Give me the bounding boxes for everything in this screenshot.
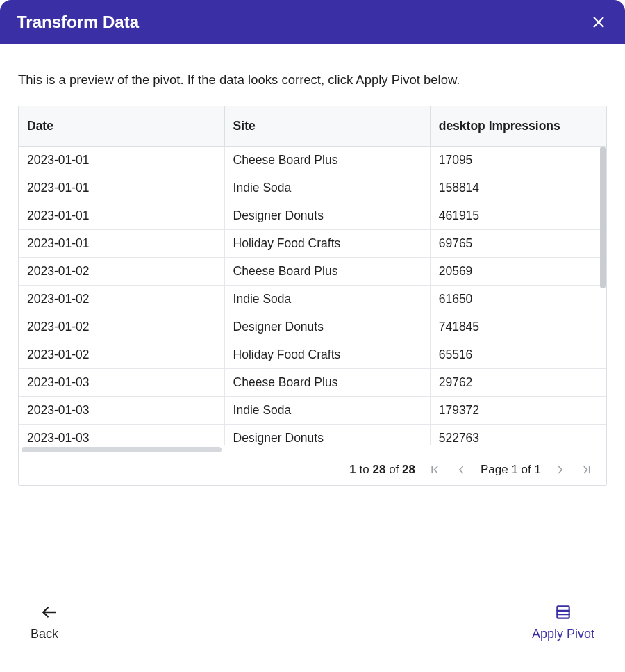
column-header-date[interactable]: Date bbox=[19, 106, 224, 147]
cell-date: 2023-01-01 bbox=[19, 230, 224, 258]
page-first-icon bbox=[428, 464, 441, 476]
cell-site: Cheese Board Plus bbox=[224, 258, 430, 286]
cell-site: Designer Donuts bbox=[224, 202, 430, 230]
chevron-left-icon bbox=[455, 464, 467, 476]
table-header-row: Date Site desktop Impressions bbox=[19, 106, 606, 147]
cell-date: 2023-01-03 bbox=[19, 369, 224, 397]
rows-icon bbox=[554, 603, 572, 621]
horizontal-scrollbar[interactable] bbox=[19, 445, 606, 454]
table-row[interactable]: 2023-01-03Designer Donuts522763 bbox=[19, 425, 606, 446]
pager-next-button[interactable] bbox=[553, 463, 567, 477]
pager-prev-button[interactable] bbox=[454, 463, 468, 477]
cell-site: Cheese Board Plus bbox=[224, 147, 430, 174]
cell-date: 2023-01-03 bbox=[19, 425, 224, 446]
cell-date: 2023-01-01 bbox=[19, 202, 224, 230]
column-header-impressions[interactable]: desktop Impressions bbox=[430, 106, 606, 147]
cell-impressions: 20569 bbox=[430, 258, 606, 286]
cell-date: 2023-01-03 bbox=[19, 397, 224, 425]
cell-date: 2023-01-02 bbox=[19, 286, 224, 313]
pager-page-status: Page 1 of 1 bbox=[481, 463, 541, 477]
pager-last-button[interactable] bbox=[580, 463, 594, 477]
cell-impressions: 29762 bbox=[430, 369, 606, 397]
apply-label: Apply Pivot bbox=[532, 627, 594, 641]
cell-site: Designer Donuts bbox=[224, 313, 430, 341]
horizontal-scroll-thumb[interactable] bbox=[22, 447, 222, 452]
cell-impressions: 65516 bbox=[430, 341, 606, 369]
modal-header: Transform Data bbox=[0, 0, 625, 44]
back-label: Back bbox=[31, 627, 58, 641]
cell-date: 2023-01-01 bbox=[19, 147, 224, 174]
table-row[interactable]: 2023-01-02Designer Donuts741845 bbox=[19, 313, 606, 341]
close-icon bbox=[591, 15, 606, 30]
pager-from: 1 bbox=[349, 463, 356, 476]
cell-impressions: 741845 bbox=[430, 313, 606, 341]
transform-data-modal: Transform Data This is a preview of the … bbox=[0, 0, 625, 672]
cell-site: Holiday Food Crafts bbox=[224, 230, 430, 258]
cell-impressions: 158814 bbox=[430, 174, 606, 202]
vertical-scroll-thumb[interactable] bbox=[600, 147, 606, 288]
cell-date: 2023-01-01 bbox=[19, 174, 224, 202]
svg-rect-5 bbox=[557, 606, 569, 618]
table-row[interactable]: 2023-01-01Cheese Board Plus17095 bbox=[19, 147, 606, 174]
table-row[interactable]: 2023-01-03Indie Soda179372 bbox=[19, 397, 606, 425]
cell-impressions: 61650 bbox=[430, 286, 606, 313]
grid-pager: 1 to 28 of 28 Page bbox=[19, 454, 606, 485]
cell-site: Indie Soda bbox=[224, 397, 430, 425]
pivot-preview-grid: Date Site desktop Impressions 2023-01-01… bbox=[18, 106, 607, 486]
page-last-icon bbox=[581, 464, 593, 476]
pager-range: 1 to 28 of 28 bbox=[349, 463, 415, 477]
cell-site: Indie Soda bbox=[224, 174, 430, 202]
table-row[interactable]: 2023-01-01Holiday Food Crafts69765 bbox=[19, 230, 606, 258]
pivot-table: Date Site desktop Impressions 2023-01-01… bbox=[19, 106, 606, 445]
column-header-site[interactable]: Site bbox=[224, 106, 430, 147]
back-button[interactable]: Back bbox=[31, 603, 58, 641]
cell-impressions: 17095 bbox=[430, 147, 606, 174]
pager-first-button[interactable] bbox=[428, 463, 442, 477]
cell-impressions: 179372 bbox=[430, 397, 606, 425]
cell-date: 2023-01-02 bbox=[19, 341, 224, 369]
table-row[interactable]: 2023-01-02Cheese Board Plus20569 bbox=[19, 258, 606, 286]
modal-footer: Back Apply Pivot bbox=[0, 582, 625, 672]
pager-total: 28 bbox=[402, 463, 415, 476]
chevron-right-icon bbox=[554, 464, 567, 476]
cell-date: 2023-01-02 bbox=[19, 313, 224, 341]
cell-site: Cheese Board Plus bbox=[224, 369, 430, 397]
pager-to: 28 bbox=[372, 463, 385, 476]
table-row[interactable]: 2023-01-02Indie Soda61650 bbox=[19, 286, 606, 313]
cell-impressions: 522763 bbox=[430, 425, 606, 446]
cell-site: Holiday Food Crafts bbox=[224, 341, 430, 369]
apply-pivot-button[interactable]: Apply Pivot bbox=[532, 603, 594, 641]
vertical-scrollbar[interactable] bbox=[599, 106, 606, 445]
cell-site: Indie Soda bbox=[224, 286, 430, 313]
cell-site: Designer Donuts bbox=[224, 425, 430, 446]
table-row[interactable]: 2023-01-01Indie Soda158814 bbox=[19, 174, 606, 202]
grid-scroll-viewport[interactable]: Date Site desktop Impressions 2023-01-01… bbox=[19, 106, 606, 445]
cell-date: 2023-01-02 bbox=[19, 258, 224, 286]
modal-body: This is a preview of the pivot. If the d… bbox=[0, 44, 625, 582]
table-row[interactable]: 2023-01-01Designer Donuts461915 bbox=[19, 202, 606, 230]
preview-description: This is a preview of the pivot. If the d… bbox=[18, 72, 607, 88]
cell-impressions: 69765 bbox=[430, 230, 606, 258]
modal-title: Transform Data bbox=[17, 13, 139, 32]
close-button[interactable] bbox=[589, 13, 608, 32]
table-row[interactable]: 2023-01-03Cheese Board Plus29762 bbox=[19, 369, 606, 397]
cell-impressions: 461915 bbox=[430, 202, 606, 230]
arrow-left-icon bbox=[40, 603, 58, 621]
table-row[interactable]: 2023-01-02Holiday Food Crafts65516 bbox=[19, 341, 606, 369]
